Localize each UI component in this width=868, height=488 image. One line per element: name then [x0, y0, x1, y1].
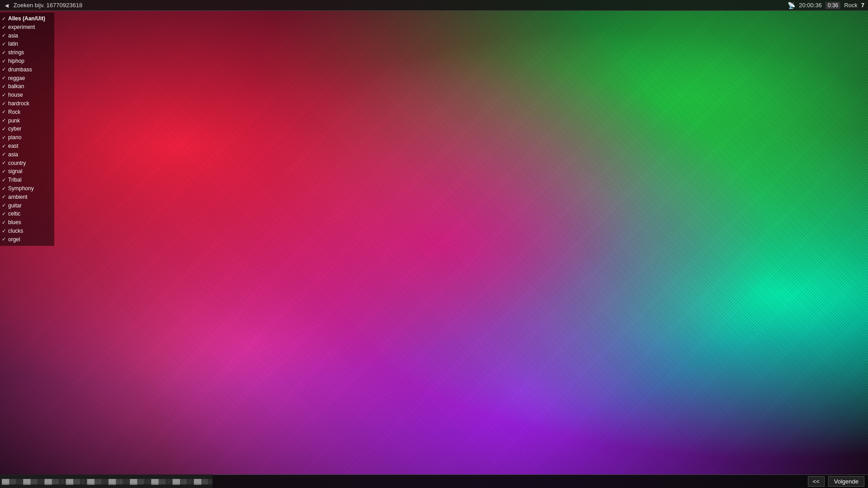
genre-name-punk: punk [8, 117, 20, 125]
genre-checkmark-asia2: ✓ [2, 151, 6, 158]
genre-checkmark-clucks: ✓ [2, 228, 6, 235]
genre-name-Symphony: Symphony [8, 185, 34, 192]
genre-name-alles: Alles (Aan/Uit) [8, 15, 45, 23]
genre-checkmark-celtic: ✓ [2, 211, 6, 217]
genre-checkmark-punk: ✓ [2, 117, 6, 124]
genre-name-house: house [8, 91, 23, 99]
genre-name-reggae: reggae [8, 75, 25, 82]
genre-item-orgel[interactable]: ✓orgel [0, 235, 54, 244]
genre-item-punk[interactable]: ✓punk [0, 117, 54, 125]
genre-name-experiment: experiment [8, 23, 35, 31]
genre-checkmark-ambient: ✓ [2, 193, 6, 200]
genre-name-Rock: Rock [8, 108, 20, 116]
genre-item-celtic[interactable]: ✓celtic [0, 210, 54, 218]
genre-checkmark-blues: ✓ [2, 219, 6, 226]
genre-item-Rock[interactable]: ✓Rock [0, 108, 54, 117]
channel-number: 7 [861, 2, 864, 9]
search-label: Zoeken bijv. 16770923618 [14, 2, 82, 9]
genre-name-ambient: ambient [8, 193, 28, 201]
genre-item-hardrock[interactable]: ✓hardrock [0, 99, 54, 108]
genre-filter-sidebar: ✓Alles (Aan/Uit)✓experiment✓asia✓latin✓s… [0, 13, 54, 246]
top-bar-right: 📡 20:00:36 0:36 Rock 7 [788, 2, 864, 9]
genre-item-reggae[interactable]: ✓reggae [0, 74, 54, 83]
genre-checkmark-drumbass: ✓ [2, 66, 6, 73]
genre-item-Symphony[interactable]: ✓Symphony [0, 184, 54, 193]
genre-name-asia2: asia [8, 151, 18, 159]
genre-checkmark-Symphony: ✓ [2, 185, 6, 192]
genre-checkmark-reggae: ✓ [2, 75, 6, 81]
genre-item-Tribal[interactable]: ✓Tribal [0, 176, 54, 184]
satellite-icon: 📡 [788, 2, 795, 9]
genre-checkmark-balkan: ✓ [2, 83, 6, 90]
ticker-text: ▓▓▒▒░░▓▓▒▒░░▓▓▒▒░░▓▓▒▒░░▓▓▒▒░░▓▓▒▒░░▓▓▒▒… [0, 479, 212, 484]
genre-item-hiphop[interactable]: ✓hiphop [0, 57, 54, 66]
genre-name-cyber: cyber [8, 125, 21, 133]
genre-name-Tribal: Tribal [8, 176, 22, 184]
genre-checkmark-house: ✓ [2, 92, 6, 99]
prev-button[interactable]: << [808, 476, 825, 487]
genre-item-piano[interactable]: ✓piano [0, 133, 54, 142]
genre-checkmark-country: ✓ [2, 160, 6, 166]
genre-name-guitar: guitar [8, 202, 22, 210]
genre-name-piano: piano [8, 134, 21, 141]
genre-checkmark-hardrock: ✓ [2, 100, 6, 107]
genre-label: Rock [844, 2, 858, 9]
top-bar: ◄ Zoeken bijv. 16770923618 📡 20:00:36 0:… [0, 0, 868, 11]
genre-item-latin[interactable]: ✓latin [0, 40, 54, 48]
genre-item-clucks[interactable]: ✓clucks [0, 227, 54, 235]
genre-name-hardrock: hardrock [8, 100, 29, 108]
genre-item-strings[interactable]: ✓strings [0, 48, 54, 57]
genre-name-strings: strings [8, 49, 24, 56]
genre-item-ambient[interactable]: ✓ambient [0, 193, 54, 202]
genre-item-guitar[interactable]: ✓guitar [0, 202, 54, 210]
elapsed-time: 0:36 [826, 2, 840, 9]
genre-checkmark-latin: ✓ [2, 41, 6, 47]
top-bar-left: ◄ Zoeken bijv. 16770923618 [4, 2, 82, 9]
genre-item-house[interactable]: ✓house [0, 91, 54, 99]
bottom-bar: ▓▓▒▒░░▓▓▒▒░░▓▓▒▒░░▓▓▒▒░░▓▓▒▒░░▓▓▒▒░░▓▓▒▒… [0, 474, 868, 488]
genre-checkmark-piano: ✓ [2, 134, 6, 141]
noise-overlay [0, 0, 868, 488]
genre-checkmark-asia: ✓ [2, 32, 6, 39]
back-icon: ◄ [4, 2, 10, 9]
genre-checkmark-experiment: ✓ [2, 24, 6, 31]
genre-checkmark-Tribal: ✓ [2, 177, 6, 183]
genre-name-clucks: clucks [8, 227, 23, 235]
genre-checkmark-cyber: ✓ [2, 126, 6, 132]
genre-checkmark-signal: ✓ [2, 168, 6, 175]
genre-item-drumbass[interactable]: ✓drumbass [0, 66, 54, 74]
genre-item-asia2[interactable]: ✓asia [0, 150, 54, 159]
genre-checkmark-hiphop: ✓ [2, 58, 6, 65]
genre-item-alles[interactable]: ✓Alles (Aan/Uit) [0, 14, 54, 23]
genre-name-orgel: orgel [8, 236, 20, 244]
genre-name-blues: blues [8, 219, 21, 226]
genre-checkmark-Rock: ✓ [2, 108, 6, 115]
genre-name-drumbass: drumbass [8, 66, 32, 74]
genre-name-east: east [8, 142, 19, 150]
genre-name-signal: signal [8, 168, 22, 175]
genre-item-signal[interactable]: ✓signal [0, 167, 54, 176]
genre-checkmark-alles: ✓ [2, 15, 6, 22]
genre-item-blues[interactable]: ✓blues [0, 218, 54, 227]
genre-item-asia[interactable]: ✓asia [0, 32, 54, 40]
genre-name-hiphop: hiphop [8, 57, 24, 65]
genre-checkmark-guitar: ✓ [2, 202, 6, 209]
time-display: 20:00:36 [799, 2, 822, 9]
ticker-area: ▓▓▒▒░░▓▓▒▒░░▓▓▒▒░░▓▓▒▒░░▓▓▒▒░░▓▓▒▒░░▓▓▒▒… [0, 474, 212, 488]
genre-name-country: country [8, 160, 26, 167]
genre-name-asia: asia [8, 32, 18, 40]
genre-item-country[interactable]: ✓country [0, 159, 54, 168]
genre-item-cyber[interactable]: ✓cyber [0, 125, 54, 133]
genre-name-balkan: balkan [8, 83, 24, 90]
genre-item-balkan[interactable]: ✓balkan [0, 82, 54, 91]
genre-name-latin: latin [8, 40, 18, 48]
back-button[interactable]: ◄ [4, 2, 10, 9]
main-container: ◄ Zoeken bijv. 16770923618 📡 20:00:36 0:… [0, 0, 868, 488]
genre-checkmark-east: ✓ [2, 143, 6, 150]
genre-item-east[interactable]: ✓east [0, 142, 54, 150]
next-button[interactable]: Volgende [828, 476, 864, 487]
genre-name-celtic: celtic [8, 210, 20, 218]
bottom-controls: << Volgende [808, 476, 864, 487]
genre-checkmark-orgel: ✓ [2, 236, 6, 243]
genre-item-experiment[interactable]: ✓experiment [0, 23, 54, 32]
